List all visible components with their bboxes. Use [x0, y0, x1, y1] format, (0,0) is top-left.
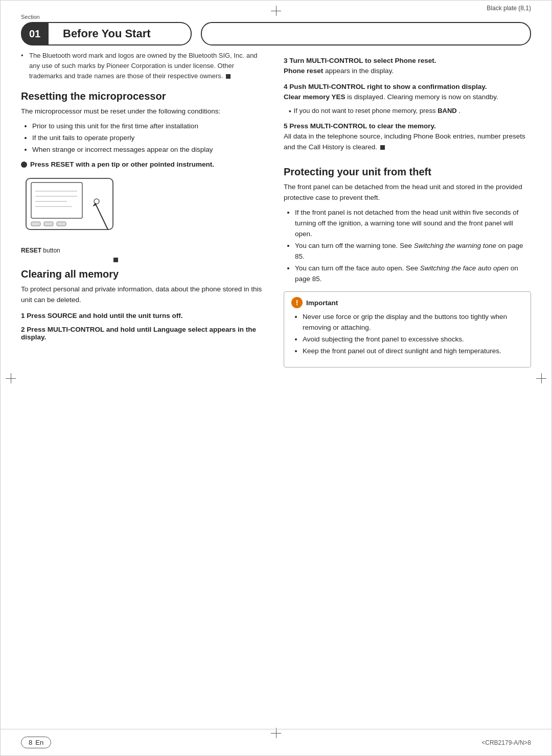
- step4-body: Clear memory YES is displayed. Clearing …: [284, 92, 531, 103]
- right-column: 3 Turn MULTI-CONTROL to select Phone res…: [284, 51, 531, 368]
- clearing-title: Clearing all memory: [21, 268, 268, 280]
- step3-block: 3 Turn MULTI-CONTROL to select Phone res…: [284, 57, 531, 77]
- svg-rect-9: [31, 222, 40, 226]
- protecting-title: Protecting your unit from theft: [284, 166, 531, 178]
- end-marker-3: [380, 145, 385, 150]
- circle-bullet-icon: [21, 162, 27, 168]
- important-bullets: Never use force or grip the display and …: [291, 312, 523, 357]
- protecting-section: Protecting your unit from theft The fron…: [284, 166, 531, 368]
- important-bullet-3: Keep the front panel out of direct sunli…: [303, 346, 523, 357]
- step4-heading: 4 Push MULTI-CONTROL right to show a con…: [284, 83, 531, 90]
- clearing-step2-heading: 2 Press MULTI-CONTROL and hold until Lan…: [21, 326, 268, 341]
- clearing-section: Clearing all memory To protect personal …: [21, 268, 268, 341]
- page-lang: En: [35, 739, 43, 746]
- protecting-intro: The front panel can be detached from the…: [284, 182, 531, 203]
- svg-rect-1: [31, 182, 82, 218]
- resetting-bullets: Prior to using this unit for the first t…: [21, 121, 268, 155]
- resetting-section: Resetting the microprocessor The micropr…: [21, 90, 268, 263]
- protecting-bullet-1: If the front panel is not detached from …: [295, 208, 531, 240]
- resetting-intro: The microprocessor must be reset under t…: [21, 106, 268, 117]
- left-column: The Bluetooth word mark and logos are ow…: [21, 51, 268, 368]
- important-icon: !: [291, 297, 303, 308]
- protecting-bullet-3: You can turn off the face auto open. See…: [295, 263, 531, 285]
- bottom-bar: 8 En <CRB2179-A/N>8: [1, 729, 551, 755]
- section-number: 01: [21, 22, 49, 45]
- section-label: Before You Start: [49, 22, 192, 45]
- press-reset-heading: Press RESET with a pen tip or other poin…: [21, 161, 268, 168]
- important-box: ! Important Never use force or grip the …: [284, 291, 531, 368]
- protecting-bullet-2: You can turn off the warning tone. See S…: [295, 241, 531, 262]
- important-header: ! Important: [291, 297, 523, 308]
- clearing-intro: To protect personal and private informat…: [21, 284, 268, 306]
- svg-rect-10: [44, 222, 53, 226]
- end-marker-2: [113, 258, 118, 262]
- step5-heading: 5 Press MULTI-CONTROL to clear the memor…: [284, 122, 531, 130]
- end-marker: [226, 74, 231, 79]
- reset-caption: RESET button: [21, 247, 60, 254]
- top-label: Black plate (8,1): [487, 5, 531, 12]
- page-number-box: 8 En: [21, 737, 51, 748]
- important-bullet-2: Avoid subjecting the front panel to exce…: [303, 334, 523, 345]
- resetting-title: Resetting the microprocessor: [21, 90, 268, 102]
- step5-block: 5 Press MULTI-CONTROL to clear the memor…: [284, 122, 531, 153]
- section-small-label: Section: [21, 14, 531, 20]
- reset-image-area: RESET button: [21, 173, 268, 263]
- bottom-code: <CRB2179-A/N>8: [481, 739, 531, 746]
- resetting-bullet-2: If the unit fails to operate properly: [32, 133, 268, 144]
- step4-sub-bullet: ▪ If you do not want to reset phone memo…: [289, 106, 531, 117]
- clearing-step1-heading: 1 Press SOURCE and hold until the unit t…: [21, 312, 268, 319]
- page-number: 8: [29, 739, 32, 746]
- step4-block: 4 Push MULTI-CONTROL right to show a con…: [284, 83, 531, 116]
- trademark-note: The Bluetooth word mark and logos are ow…: [21, 51, 268, 81]
- step5-body: All data in the telephone source, includ…: [284, 131, 531, 153]
- svg-line-7: [95, 203, 108, 230]
- section-right-box: [201, 22, 531, 45]
- step3-body: Phone reset appears in the display.: [284, 66, 531, 77]
- protecting-bullets: If the front panel is not detached from …: [284, 208, 531, 284]
- step3-heading: 3 Turn MULTI-CONTROL to select Phone res…: [284, 57, 531, 64]
- resetting-bullet-3: When strange or incorrect messages appea…: [32, 145, 268, 155]
- svg-rect-11: [57, 222, 66, 226]
- reset-device-image: [21, 173, 118, 245]
- resetting-bullet-1: Prior to using this unit for the first t…: [32, 121, 268, 132]
- important-bullet-1: Never use force or grip the display and …: [303, 312, 523, 333]
